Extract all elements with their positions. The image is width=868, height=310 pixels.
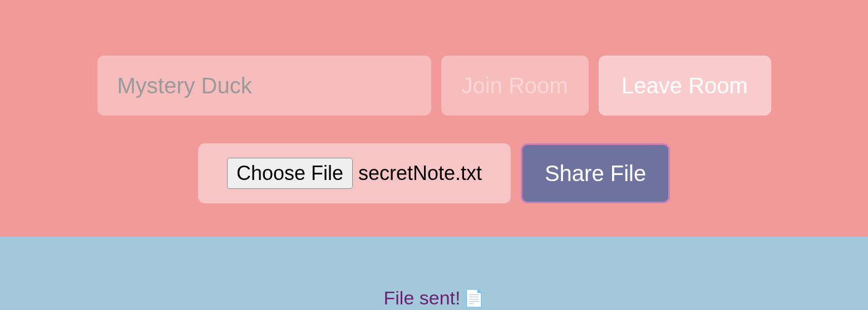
status-text: File sent! [384,287,461,309]
share-file-button[interactable]: Share File [521,143,670,203]
document-icon: 📄 [463,288,484,308]
status-panel: File sent! 📄 [0,237,868,310]
leave-room-button[interactable]: Leave Room [599,56,771,116]
control-panel: Join Room Leave Room Choose File secretN… [0,0,868,237]
selected-file-name: secretNote.txt [358,162,482,185]
file-picker[interactable]: Choose File secretNote.txt [198,143,511,203]
room-row: Join Room Leave Room [97,56,771,116]
choose-file-button[interactable]: Choose File [227,158,353,189]
room-name-input[interactable] [97,56,431,116]
join-room-button[interactable]: Join Room [441,56,589,116]
status-message: File sent! 📄 [384,287,485,309]
file-row: Choose File secretNote.txt Share File [198,143,670,203]
